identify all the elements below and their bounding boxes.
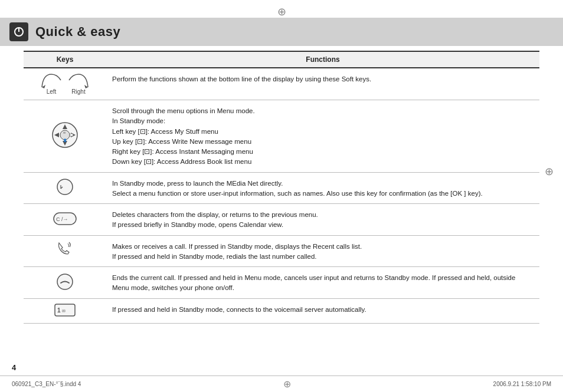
func-cell-clear: Deletes characters from the display, or … <box>106 204 539 236</box>
main-content: Keys Functions Left <box>0 51 563 324</box>
table-row: In Standby mode, press to launch the MEd… <box>24 172 539 204</box>
right-softkey: Right <box>68 73 89 95</box>
header-bar: Quick & easy <box>0 18 563 46</box>
svg-text:✉: ✉ <box>63 131 66 134</box>
func-cell-ok: In Standby mode, press to launch the MEd… <box>106 172 539 204</box>
left-label: Left <box>47 88 57 95</box>
svg-point-12 <box>57 179 73 195</box>
right-label: Right <box>71 88 85 95</box>
top-crosshair: ⊕ <box>276 6 287 18</box>
keys-table: Keys Functions Left <box>24 51 539 324</box>
key-cell-1: 1 ✉ <box>24 298 106 323</box>
key-cell-nav: ✉ ☰ 💬 👤 <box>24 100 106 173</box>
key-cell-clear: C /→ <box>24 204 106 236</box>
table-row: 1 ✉ If pressed and held in Standby mode,… <box>24 298 539 323</box>
table-row: Makes or receives a call. If pressed in … <box>24 235 539 267</box>
page-title: Quick & easy <box>35 24 120 39</box>
table-row: C /→ Deletes characters from the display… <box>24 204 539 236</box>
svg-text:C /→: C /→ <box>56 216 68 222</box>
col-header-functions: Functions <box>106 51 539 68</box>
bottom-left-text: 060921_C3_EN-°¨§.indd 4 <box>12 381 81 387</box>
left-softkey: Left <box>41 73 62 95</box>
svg-text:💬: 💬 <box>70 133 74 137</box>
func-cell-nav: Scroll through the menu options in Menu … <box>106 100 539 173</box>
table-row: Ends the current call. If pressed and he… <box>24 267 539 299</box>
power-icon <box>9 22 28 41</box>
key-cell-ok <box>24 172 106 204</box>
func-cell-end: Ends the current call. If pressed and he… <box>106 267 539 299</box>
bottom-right-text: 2006.9.21 1:58:10 PM <box>493 381 551 387</box>
bottom-bar: 060921_C3_EN-°¨§.indd 4 ⊕ 2006.9.21 1:58… <box>0 375 563 392</box>
key-cell-end <box>24 267 106 299</box>
svg-text:1: 1 <box>57 307 61 314</box>
table-row: Left Right Perform the functi <box>24 68 539 100</box>
func-cell-send: Makes or receives a call. If pressed in … <box>106 235 539 267</box>
key-cell-softkeys: Left Right <box>24 68 106 100</box>
page-number: 4 <box>12 363 16 372</box>
svg-text:✉: ✉ <box>62 309 66 313</box>
col-header-keys: Keys <box>24 51 106 68</box>
func-cell-softkeys: Perform the functions shown at the botto… <box>106 68 539 100</box>
key-cell-send <box>24 235 106 267</box>
right-crosshair: ⊕ <box>545 165 554 178</box>
bottom-crosshair: ⊕ <box>283 378 291 390</box>
table-row: ✉ ☰ 💬 👤 Scroll through the menu options … <box>24 100 539 173</box>
func-cell-1: If pressed and held in Standby mode, con… <box>106 298 539 323</box>
svg-text:👤: 👤 <box>63 139 67 143</box>
